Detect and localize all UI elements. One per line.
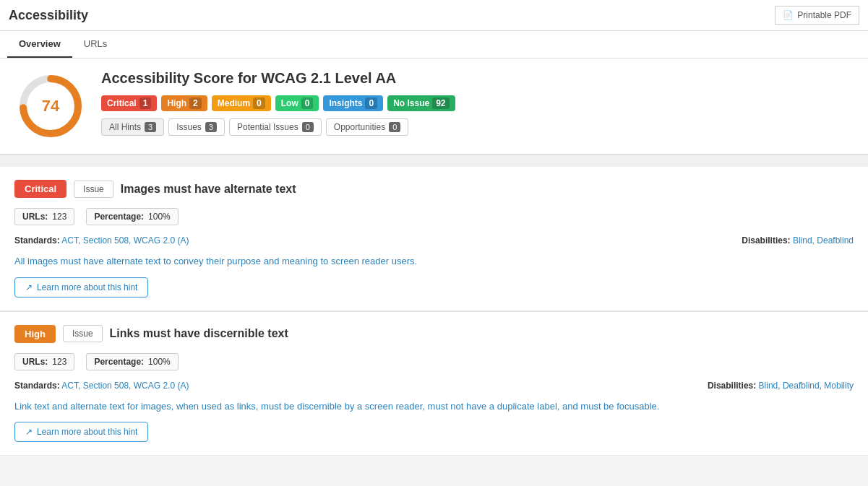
tab-overview[interactable]: Overview: [7, 31, 72, 58]
badge-low[interactable]: Low 0: [275, 95, 319, 111]
disabilities-text-1: Disabilities: Blind, Deafblind: [742, 235, 854, 246]
score-info: Accessibility Score for WCAG 2.1 Level A…: [101, 70, 854, 136]
issue-title-1: Images must have alternate text: [121, 183, 296, 196]
filter-opportunities[interactable]: Opportunities 0: [326, 118, 409, 136]
standards-row-1: Standards: ACT, Section 508, WCAG 2.0 (A…: [14, 235, 854, 246]
issue-type-1: Issue: [74, 181, 113, 198]
issue-meta-2: URLs: 123 Percentage: 100%: [14, 353, 854, 370]
pdf-icon: 📄: [783, 10, 794, 20]
percentage-meta-1: Percentage: 100%: [86, 208, 178, 225]
urls-meta-1: URLs: 123: [14, 208, 74, 225]
printable-pdf-button[interactable]: 📄 Printable PDF: [775, 6, 859, 25]
section-separator: [0, 155, 868, 167]
disabilities-text-2: Disabilities: Blind, Deafblind, Mobility: [708, 381, 854, 391]
score-value: 74: [42, 97, 59, 116]
standards-link-1[interactable]: ACT, Section 508, WCAG 2.0 (A): [61, 235, 189, 246]
issue-type-2: Issue: [63, 325, 103, 342]
score-title: Accessibility Score for WCAG 2.1 Level A…: [101, 70, 854, 87]
severity-badge-critical: Critical: [14, 180, 66, 198]
filter-potential-issues[interactable]: Potential Issues 0: [229, 118, 322, 136]
issue-title-2: Links must have discernible text: [110, 327, 288, 340]
standards-link-2[interactable]: ACT, Section 508, WCAG 2.0 (A): [61, 381, 189, 391]
severity-badge-high: High: [14, 325, 56, 343]
urls-meta-2: URLs: 123: [14, 353, 74, 370]
tab-urls[interactable]: URLs: [72, 31, 119, 58]
issue-card-1: Critical Issue Images must have alternat…: [0, 167, 868, 311]
external-link-icon-2: ↗: [25, 427, 33, 437]
learn-more-btn-1[interactable]: ↗ Learn more about this hint: [14, 277, 148, 298]
disabilities-link-2[interactable]: Blind, Deafblind, Mobility: [759, 381, 854, 391]
learn-more-btn-2[interactable]: ↗ Learn more about this hint: [14, 422, 148, 442]
standards-text-2: Standards: ACT, Section 508, WCAG 2.0 (A…: [14, 381, 189, 391]
external-link-icon-1: ↗: [25, 282, 33, 292]
badge-insights[interactable]: Insights 0: [323, 95, 383, 111]
tab-bar: Overview URLs: [0, 31, 868, 58]
badge-high[interactable]: High 2: [161, 95, 207, 111]
description-2: Link text and alternate text for images,…: [14, 399, 854, 414]
page-title: Accessibility: [9, 8, 88, 23]
issues-list: Critical Issue Images must have alternat…: [0, 167, 868, 456]
badge-noissue[interactable]: No Issue 92: [387, 95, 455, 111]
description-1: All images must have alternate text to c…: [14, 254, 854, 269]
issue-meta-1: URLs: 123 Percentage: 100%: [14, 208, 854, 225]
standards-row-2: Standards: ACT, Section 508, WCAG 2.0 (A…: [14, 381, 854, 391]
issue-header-2: High Issue Links must have discernible t…: [14, 325, 854, 343]
disabilities-link-1[interactable]: Blind, Deafblind: [793, 235, 854, 246]
issue-header-1: Critical Issue Images must have alternat…: [14, 180, 854, 198]
header: Accessibility 📄 Printable PDF: [0, 0, 868, 31]
badge-critical[interactable]: Critical 1: [101, 95, 157, 111]
filter-issues[interactable]: Issues 3: [168, 118, 225, 136]
score-donut: 74: [14, 70, 87, 142]
standards-text-1: Standards: ACT, Section 508, WCAG 2.0 (A…: [14, 235, 189, 246]
percentage-meta-2: Percentage: 100%: [86, 353, 178, 370]
score-section: 74 Accessibility Score for WCAG 2.1 Leve…: [0, 58, 868, 155]
filter-buttons: All Hints 3 Issues 3 Potential Issues 0 …: [101, 118, 854, 136]
badge-medium[interactable]: Medium 0: [212, 95, 271, 111]
filter-all-hints[interactable]: All Hints 3: [101, 118, 164, 136]
issue-card-2: High Issue Links must have discernible t…: [0, 312, 868, 456]
badge-row: Critical 1 High 2 Medium 0 Low 0 Insight…: [101, 95, 854, 111]
